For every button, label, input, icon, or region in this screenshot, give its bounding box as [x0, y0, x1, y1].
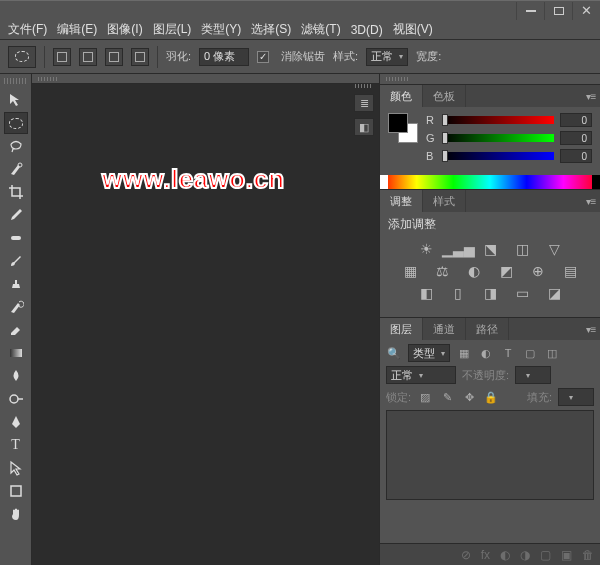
window-minimize-button[interactable]: [516, 2, 544, 20]
brightness-icon[interactable]: ☀: [417, 241, 435, 257]
invert-icon[interactable]: ◧: [417, 285, 435, 301]
layer-filter-dropdown[interactable]: 类型▾: [408, 344, 450, 362]
layer-list[interactable]: [386, 410, 594, 500]
antialias-checkbox[interactable]: ✓: [257, 51, 269, 63]
tab-color[interactable]: 颜色: [380, 85, 423, 107]
active-tool-preset[interactable]: [8, 46, 36, 68]
filter-shape-icon[interactable]: ▢: [522, 345, 538, 361]
tab-layers[interactable]: 图层: [380, 318, 423, 340]
menu-filter[interactable]: 滤镜(T): [301, 21, 340, 38]
foreground-background-swatch[interactable]: [388, 113, 418, 143]
g-value[interactable]: 0: [560, 131, 592, 145]
selection-subtract-button[interactable]: [105, 48, 123, 66]
filter-search-icon[interactable]: 🔍: [386, 345, 402, 361]
color-lookup-icon[interactable]: ▤: [561, 263, 579, 279]
move-tool[interactable]: [4, 89, 28, 111]
tab-styles[interactable]: 样式: [423, 190, 466, 212]
window-close-button[interactable]: ✕: [572, 2, 600, 20]
lock-transparency-icon[interactable]: ▨: [417, 389, 433, 405]
hand-tool[interactable]: [4, 503, 28, 525]
vibrance-icon[interactable]: ▽: [545, 241, 563, 257]
marquee-tool[interactable]: [4, 112, 28, 134]
blend-mode-dropdown[interactable]: 正常▾: [386, 366, 456, 384]
eraser-tool[interactable]: [4, 319, 28, 341]
toolbox-grip[interactable]: [4, 78, 28, 84]
shape-tool[interactable]: [4, 480, 28, 502]
filter-type-icon[interactable]: T: [500, 345, 516, 361]
tab-adjustments[interactable]: 调整: [380, 190, 423, 212]
menu-image[interactable]: 图像(I): [107, 21, 142, 38]
eyedropper-tool[interactable]: [4, 204, 28, 226]
menu-type[interactable]: 类型(Y): [201, 21, 241, 38]
selection-add-button[interactable]: [79, 48, 97, 66]
exposure-icon[interactable]: ◫: [513, 241, 531, 257]
color-spectrum-ramp[interactable]: [380, 175, 600, 189]
path-selection-tool[interactable]: [4, 457, 28, 479]
filter-adjust-icon[interactable]: ◐: [478, 345, 494, 361]
history-brush-tool[interactable]: [4, 296, 28, 318]
properties-panel-icon[interactable]: ◧: [354, 118, 374, 136]
tab-channels[interactable]: 通道: [423, 318, 466, 340]
dodge-tool[interactable]: [4, 388, 28, 410]
filter-pixel-icon[interactable]: ▦: [456, 345, 472, 361]
healing-brush-tool[interactable]: [4, 227, 28, 249]
r-slider[interactable]: [442, 116, 554, 124]
photo-filter-icon[interactable]: ◩: [497, 263, 515, 279]
feather-input[interactable]: 0 像素: [199, 48, 249, 66]
b-value[interactable]: 0: [560, 149, 592, 163]
selection-intersect-button[interactable]: [131, 48, 149, 66]
balance-icon[interactable]: ⚖: [433, 263, 451, 279]
brush-tool[interactable]: [4, 250, 28, 272]
hue-icon[interactable]: ▦: [401, 263, 419, 279]
panel-grip[interactable]: [386, 77, 410, 81]
curves-icon[interactable]: ⬔: [481, 241, 499, 257]
bw-icon[interactable]: ◐: [465, 263, 483, 279]
selection-new-button[interactable]: [53, 48, 71, 66]
add-mask-icon[interactable]: ◐: [500, 548, 510, 562]
selective-color-icon[interactable]: ◪: [545, 285, 563, 301]
lock-position-icon[interactable]: ✥: [461, 389, 477, 405]
channel-mixer-icon[interactable]: ⊕: [529, 263, 547, 279]
blur-tool[interactable]: [4, 365, 28, 387]
document-canvas[interactable]: www.leawo.cn: [32, 74, 380, 565]
quick-selection-tool[interactable]: [4, 158, 28, 180]
menu-layer[interactable]: 图层(L): [153, 21, 192, 38]
menu-3d[interactable]: 3D(D): [351, 23, 383, 37]
window-maximize-button[interactable]: [544, 2, 572, 20]
layer-fx-icon[interactable]: fx: [481, 548, 490, 562]
crop-tool[interactable]: [4, 181, 28, 203]
menu-edit[interactable]: 编辑(E): [57, 21, 97, 38]
levels-icon[interactable]: ▁▃▅: [449, 241, 467, 257]
clone-stamp-tool[interactable]: [4, 273, 28, 295]
pen-tool[interactable]: [4, 411, 28, 433]
fill-input[interactable]: ▾: [558, 388, 594, 406]
tab-swatches[interactable]: 色板: [423, 85, 466, 107]
type-tool[interactable]: T: [4, 434, 28, 456]
link-layers-icon[interactable]: ⊘: [461, 548, 471, 562]
lock-paint-icon[interactable]: ✎: [439, 389, 455, 405]
filter-smart-icon[interactable]: ◫: [544, 345, 560, 361]
panel-menu-button[interactable]: ▾≡: [582, 190, 600, 212]
lasso-tool[interactable]: [4, 135, 28, 157]
menu-view[interactable]: 视图(V): [393, 21, 433, 38]
foreground-color-swatch[interactable]: [388, 113, 408, 133]
lock-all-icon[interactable]: 🔒: [483, 389, 499, 405]
new-layer-icon[interactable]: ▣: [561, 548, 572, 562]
gradient-tool[interactable]: [4, 342, 28, 364]
opacity-input[interactable]: ▾: [515, 366, 551, 384]
r-value[interactable]: 0: [560, 113, 592, 127]
document-tab-bar[interactable]: [32, 74, 379, 84]
panel-menu-button[interactable]: ▾≡: [582, 318, 600, 340]
new-adjustment-layer-icon[interactable]: ◑: [520, 548, 530, 562]
b-slider[interactable]: [442, 152, 554, 160]
tab-paths[interactable]: 路径: [466, 318, 509, 340]
g-slider[interactable]: [442, 134, 554, 142]
threshold-icon[interactable]: ◨: [481, 285, 499, 301]
style-dropdown[interactable]: 正常▾: [366, 48, 408, 66]
new-group-icon[interactable]: ▢: [540, 548, 551, 562]
menu-select[interactable]: 选择(S): [251, 21, 291, 38]
delete-layer-icon[interactable]: 🗑: [582, 548, 594, 562]
history-panel-icon[interactable]: ≣: [354, 94, 374, 112]
posterize-icon[interactable]: ▯: [449, 285, 467, 301]
menu-file[interactable]: 文件(F): [8, 21, 47, 38]
